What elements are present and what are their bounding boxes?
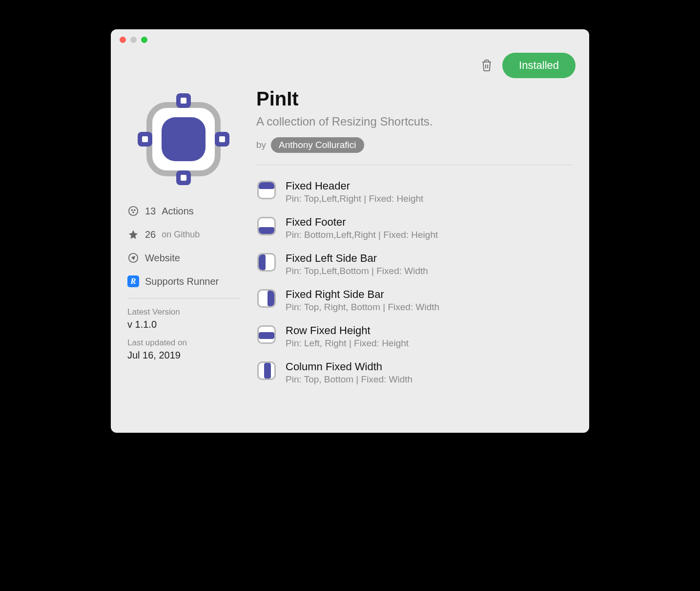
action-text: Fixed Right Side BarPin: Top, Right, Bot…: [286, 288, 439, 313]
by-label: by: [256, 140, 266, 150]
sidebar-divider: [127, 298, 240, 298]
action-desc: Pin: Bottom,Left,Right | Fixed: Height: [286, 230, 438, 240]
action-text: Fixed FooterPin: Bottom,Left,Right | Fix…: [286, 216, 438, 240]
action-item[interactable]: Fixed FooterPin: Bottom,Left,Right | Fix…: [256, 210, 573, 246]
action-item[interactable]: Fixed HeaderPin: Top,Left,Right | Fixed:…: [256, 174, 573, 210]
svg-point-13: [133, 212, 134, 213]
stars-count: 26: [145, 229, 156, 240]
action-item[interactable]: Column Fixed WidthPin: Top, Bottom | Fix…: [256, 355, 573, 391]
action-title: Row Fixed Height: [286, 324, 409, 337]
action-item[interactable]: Row Fixed HeightPin: Left, Right | Fixed…: [256, 318, 573, 355]
action-title: Fixed Header: [286, 180, 423, 192]
last-updated-label: Last updated on: [127, 338, 240, 348]
plugin-app-icon: [132, 88, 235, 190]
supports-runner-row: R Supports Runner: [127, 270, 240, 293]
delete-button[interactable]: [480, 58, 494, 73]
latest-version-value: v 1.1.0: [127, 319, 240, 330]
action-icon-row: [256, 324, 277, 345]
action-text: Fixed Left Side BarPin: Top,Left,Bottom …: [286, 252, 428, 276]
traffic-lights: [120, 37, 147, 43]
action-title: Fixed Left Side Bar: [286, 252, 428, 265]
runner-label: Supports Runner: [145, 276, 219, 287]
action-desc: Pin: Top,Left,Right | Fixed: Height: [286, 193, 423, 204]
plugin-description: A collection of Resizing Shortcuts.: [256, 115, 573, 128]
svg-rect-6: [181, 98, 186, 104]
action-title: Fixed Footer: [286, 216, 438, 229]
action-icon-right: [256, 288, 277, 309]
toolbar: Installed: [111, 50, 589, 78]
svg-rect-1: [162, 117, 206, 161]
last-updated-value: Jul 16, 2019: [127, 350, 240, 361]
website-link[interactable]: Website: [127, 246, 240, 270]
action-icon-footer: [256, 216, 277, 236]
actions-list: Fixed HeaderPin: Top,Left,Right | Fixed:…: [256, 174, 573, 433]
github-stars-row[interactable]: 26 on Github: [127, 223, 240, 246]
installed-button[interactable]: Installed: [502, 53, 576, 78]
action-icon-left: [256, 252, 277, 273]
action-text: Row Fixed HeightPin: Left, Right | Fixed…: [286, 324, 409, 349]
action-item[interactable]: Fixed Right Side BarPin: Top, Right, Bot…: [256, 282, 573, 318]
author-pill[interactable]: Anthony Collurafici: [271, 137, 364, 153]
content: 13 Actions 26 on Github Website R Suppor…: [111, 78, 589, 433]
latest-version-block: Latest Version v 1.1.0: [127, 303, 240, 334]
sidebar: 13 Actions 26 on Github Website R Suppor…: [127, 88, 240, 433]
last-updated-block: Last updated on Jul 16, 2019: [127, 334, 240, 365]
svg-point-12: [134, 210, 135, 211]
action-item[interactable]: Fixed Left Side BarPin: Top,Left,Bottom …: [256, 246, 573, 282]
close-window-button[interactable]: [120, 37, 126, 43]
stars-label: on Github: [162, 230, 200, 240]
svg-rect-7: [181, 175, 186, 181]
action-desc: Pin: Left, Right | Fixed: Height: [286, 338, 409, 349]
svg-point-10: [129, 207, 138, 215]
svg-point-11: [131, 210, 132, 211]
action-title: Column Fixed Width: [286, 360, 412, 373]
action-text: Column Fixed WidthPin: Top, Bottom | Fix…: [286, 360, 412, 385]
titlebar: [111, 29, 589, 50]
actions-icon: [127, 205, 139, 217]
action-desc: Pin: Top, Bottom | Fixed: Width: [286, 374, 412, 385]
website-label: Website: [145, 253, 180, 264]
runner-icon: R: [127, 275, 139, 287]
plugin-window: Installed: [111, 29, 589, 433]
compass-icon: [127, 252, 139, 264]
svg-rect-9: [219, 136, 225, 142]
main-divider: [256, 165, 573, 165]
action-desc: Pin: Top, Right, Bottom | Fixed: Width: [286, 302, 439, 313]
action-desc: Pin: Top,Left,Bottom | Fixed: Width: [286, 266, 428, 276]
plugin-title: PinIt: [256, 88, 573, 110]
byline: by Anthony Collurafici: [256, 137, 573, 153]
zoom-window-button[interactable]: [141, 37, 147, 43]
latest-version-label: Latest Version: [127, 307, 240, 317]
action-icon-col: [256, 360, 277, 381]
trash-icon: [481, 59, 493, 72]
action-title: Fixed Right Side Bar: [286, 288, 439, 301]
star-icon: [127, 229, 139, 240]
main: PinIt A collection of Resizing Shortcuts…: [256, 88, 573, 433]
action-icon-header: [256, 180, 277, 200]
actions-count: 13: [145, 206, 156, 217]
actions-count-row: 13 Actions: [127, 199, 240, 223]
actions-count-label: Actions: [162, 206, 194, 217]
minimize-window-button[interactable]: [130, 37, 137, 43]
svg-rect-8: [142, 136, 148, 142]
action-text: Fixed HeaderPin: Top,Left,Right | Fixed:…: [286, 180, 423, 204]
